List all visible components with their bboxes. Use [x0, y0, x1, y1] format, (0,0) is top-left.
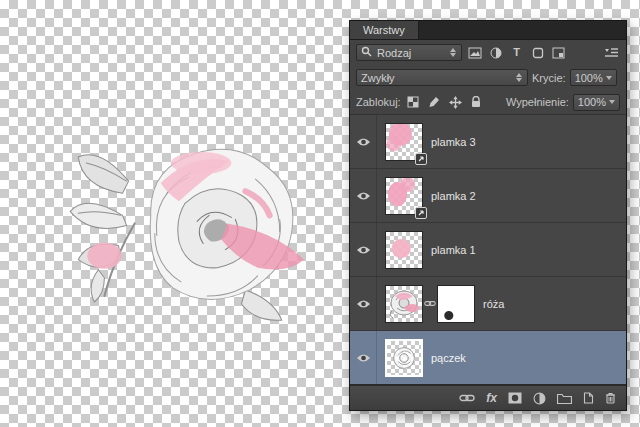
blend-mode-value: Zwykły — [361, 72, 395, 84]
visibility-toggle[interactable] — [350, 331, 377, 384]
filter-kind-dropdown[interactable]: Rodzaj — [356, 44, 462, 61]
lock-transparency-button[interactable] — [405, 94, 422, 110]
bud-thumbnail-sketch — [387, 341, 421, 375]
filter-pixel-button[interactable] — [466, 45, 483, 61]
layer-row[interactable]: plamka 2 — [350, 169, 626, 223]
chevron-updown-icon — [516, 73, 523, 82]
layer-name: róża — [483, 298, 504, 310]
layer-name: plamka 3 — [431, 136, 476, 148]
mask-link-icon[interactable] — [423, 300, 437, 307]
mask-icon — [508, 392, 522, 404]
delete-layer-button[interactable] — [605, 390, 616, 406]
eye-icon — [356, 137, 371, 147]
chevron-down-icon — [609, 100, 615, 104]
layer-row[interactable]: róża — [350, 277, 626, 331]
rose-thumbnail-image — [386, 286, 422, 322]
opacity-label: Krycie: — [532, 72, 566, 84]
link-layers-button[interactable] — [459, 390, 475, 406]
filter-kind-label: Rodzaj — [377, 47, 411, 59]
filter-type-button[interactable]: T — [508, 45, 525, 61]
type-icon: T — [513, 47, 520, 58]
layer-name: pączek — [431, 352, 466, 364]
fill-input[interactable]: 100% — [573, 94, 620, 111]
layer-row-selected[interactable]: pączek — [350, 331, 626, 385]
lock-all-button[interactable] — [468, 94, 485, 110]
lock-row: Zablokuj: Wypełnienie: 100% — [350, 90, 626, 114]
visibility-toggle[interactable] — [350, 115, 377, 168]
layer-mask-thumbnail[interactable] — [437, 285, 475, 323]
chevron-updown-icon — [450, 48, 457, 57]
eye-icon — [356, 191, 371, 201]
filter-row: Rodzaj T — [350, 40, 626, 65]
new-group-button[interactable] — [557, 390, 572, 406]
opacity-input[interactable]: 100% — [570, 69, 617, 86]
visibility-toggle[interactable] — [350, 277, 377, 330]
visibility-toggle[interactable] — [350, 169, 377, 222]
filter-smart-object-button[interactable] — [550, 45, 567, 61]
chevron-down-icon — [606, 76, 612, 80]
new-page-icon — [583, 392, 594, 404]
layer-thumbnail[interactable] — [385, 231, 423, 269]
visibility-toggle[interactable] — [350, 223, 377, 276]
eye-icon — [356, 245, 371, 255]
adjustment-circle-icon — [533, 392, 546, 405]
panel-tab-bar: Warstwy — [350, 21, 626, 40]
tab-layers[interactable]: Warstwy — [350, 21, 419, 39]
blend-mode-dropdown[interactable]: Zwykły — [356, 69, 528, 86]
filter-shape-button[interactable] — [529, 45, 546, 61]
layer-badge-icon — [415, 207, 427, 219]
layer-row[interactable]: plamka 3 — [350, 115, 626, 169]
fill-label: Wypełnienie: — [506, 96, 569, 108]
lock-position-button[interactable] — [447, 94, 464, 110]
rose-artwork — [48, 126, 320, 344]
opacity-value: 100% — [575, 72, 603, 84]
layer-list: plamka 3 plamka 2 plamka 1 — [350, 114, 626, 385]
layer-thumbnail[interactable] — [385, 339, 423, 377]
search-icon — [361, 46, 372, 59]
fx-icon: fx — [486, 391, 497, 405]
layer-row[interactable]: plamka 1 — [350, 223, 626, 277]
layer-style-button[interactable]: fx — [486, 390, 497, 406]
fill-value: 100% — [578, 96, 606, 108]
add-layer-mask-button[interactable] — [508, 390, 522, 406]
lock-label: Zablokuj: — [356, 96, 401, 108]
new-adjustment-layer-button[interactable] — [533, 390, 546, 406]
lock-pixels-brush-button[interactable] — [426, 94, 443, 110]
layer-name: plamka 1 — [431, 244, 476, 256]
layer-badge-icon — [415, 153, 427, 165]
layer-name: plamka 2 — [431, 190, 476, 202]
chain-link-icon — [459, 394, 475, 402]
folder-icon — [557, 393, 572, 404]
panel-footer: fx — [350, 385, 626, 410]
new-layer-button[interactable] — [583, 390, 594, 406]
blend-row: Zwykły Krycie: 100% — [350, 65, 626, 90]
filter-adjustment-button[interactable] — [487, 45, 504, 61]
eye-icon — [356, 353, 371, 363]
panel-menu-button[interactable] — [603, 45, 620, 61]
layers-panel: Warstwy Rodzaj T — [349, 20, 627, 411]
trash-icon — [605, 392, 616, 404]
eye-icon — [356, 299, 371, 309]
layer-thumbnail[interactable] — [385, 285, 423, 323]
